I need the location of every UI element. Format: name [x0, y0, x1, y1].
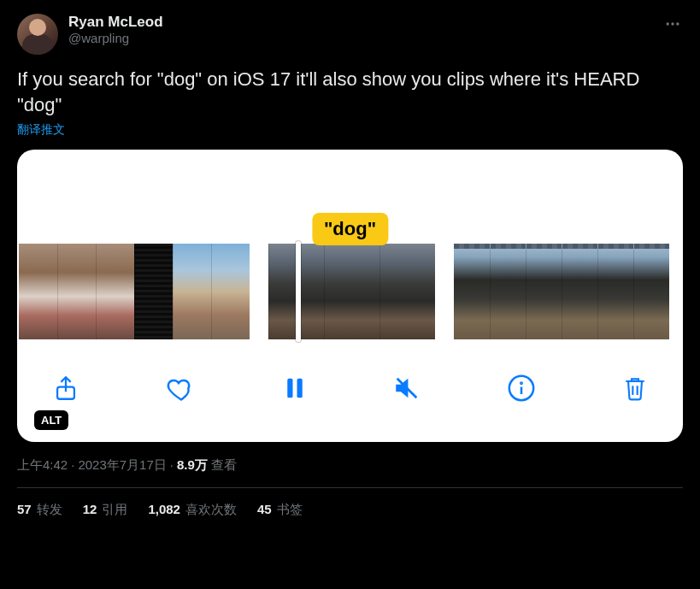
likes-label: 喜欢次数 — [185, 502, 237, 518]
thumbnail-frame — [633, 244, 669, 339]
alt-badge[interactable]: ALT — [34, 410, 68, 430]
tweet-text: If you search for "dog" on iOS 17 it'll … — [17, 67, 683, 117]
likes-count: 1,082 — [148, 502, 180, 518]
thumbnail-frame — [96, 244, 134, 339]
search-term-chip: "dog" — [312, 213, 388, 245]
views-label: 查看 — [211, 457, 237, 472]
avatar[interactable] — [17, 14, 58, 55]
thumbnail-frame — [134, 244, 173, 339]
tweet-header: Ryan McLeod @warpling — [17, 14, 683, 55]
tweet-stats: 57 转发 12 引用 1,082 喜欢次数 45 书签 — [17, 488, 683, 518]
thumbnail-frame — [562, 244, 597, 339]
retweets-stat[interactable]: 57 转发 — [17, 502, 62, 518]
playhead-indicator[interactable] — [296, 241, 301, 342]
more-icon[interactable] — [664, 15, 681, 36]
svg-rect-4 — [287, 379, 292, 398]
tweet-container: Ryan McLeod @warpling If you search for … — [0, 0, 700, 532]
svg-point-0 — [667, 22, 669, 25]
display-name: Ryan McLeod — [68, 14, 163, 31]
media-controls — [17, 339, 683, 442]
heart-icon[interactable] — [166, 373, 197, 403]
bookmarks-stat[interactable]: 45 书签 — [257, 502, 303, 518]
thumbnail-frame — [19, 244, 57, 339]
thumbnail-frame — [597, 244, 633, 339]
thumbnail-frame — [526, 244, 562, 339]
clip-group-2 — [268, 244, 435, 339]
pause-icon[interactable] — [282, 375, 308, 401]
info-icon[interactable] — [507, 374, 536, 403]
tweet-meta: 上午4:42·2023年7月17日·8.9万 查看 — [17, 457, 683, 474]
views-count[interactable]: 8.9万 — [177, 457, 208, 472]
svg-point-1 — [671, 22, 674, 25]
quotes-count: 12 — [83, 502, 97, 518]
media-top-padding — [17, 150, 683, 213]
svg-rect-5 — [297, 379, 302, 398]
translate-link[interactable]: 翻译推文 — [17, 122, 683, 138]
mute-icon[interactable] — [392, 374, 421, 403]
tweet-time[interactable]: 上午4:42 — [17, 457, 68, 472]
svg-point-2 — [676, 22, 679, 25]
thumbnail-frame — [324, 244, 379, 339]
thumbnail-frame — [454, 244, 490, 339]
thumbnail-frame — [57, 244, 96, 339]
retweets-label: 转发 — [37, 502, 62, 518]
media-attachment[interactable]: "dog" — [17, 150, 683, 442]
thumbnail-frame — [211, 244, 250, 339]
video-thumbnail-strip — [17, 244, 683, 339]
retweets-count: 57 — [17, 502, 32, 518]
share-icon[interactable] — [51, 374, 80, 403]
svg-point-8 — [521, 383, 521, 384]
user-block[interactable]: Ryan McLeod @warpling — [68, 14, 163, 45]
clip-group-3 — [454, 244, 669, 339]
user-handle: @warpling — [68, 31, 163, 45]
thumbnail-frame — [379, 244, 435, 339]
likes-stat[interactable]: 1,082 喜欢次数 — [148, 502, 237, 518]
trash-icon[interactable] — [621, 374, 649, 402]
clip-group-1 — [19, 244, 250, 339]
quotes-label: 引用 — [102, 502, 127, 518]
thumbnail-frame — [173, 244, 211, 339]
bookmarks-label: 书签 — [277, 502, 303, 518]
bookmarks-count: 45 — [257, 502, 272, 518]
tweet-date[interactable]: 2023年7月17日 — [78, 457, 166, 472]
quotes-stat[interactable]: 12 引用 — [83, 502, 128, 518]
thumbnail-frame — [490, 244, 526, 339]
